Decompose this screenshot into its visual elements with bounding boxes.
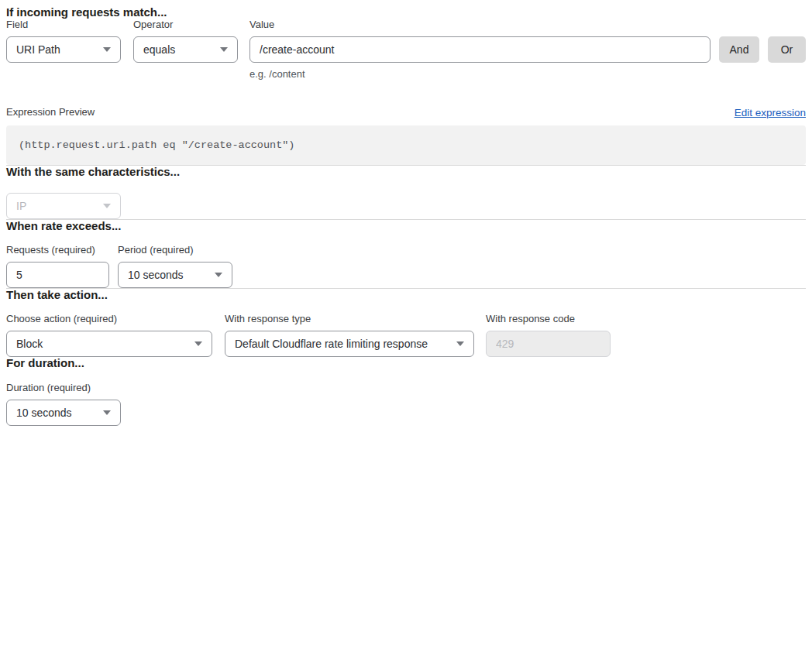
period-select-value: 10 seconds bbox=[128, 269, 184, 281]
requests-input[interactable] bbox=[6, 262, 109, 288]
response-type-select-value: Default Cloudflare rate limiting respons… bbox=[235, 338, 428, 350]
field-group-requests: Requests (required) bbox=[6, 244, 109, 288]
section-heading-incoming-requests: If incoming requests match... bbox=[6, 6, 806, 19]
value-label: Value bbox=[249, 19, 710, 31]
duration-label: Duration (required) bbox=[6, 382, 806, 394]
section-characteristics: With the same characteristics... IP bbox=[6, 166, 806, 219]
action-select-value: Block bbox=[16, 338, 43, 350]
response-code-input bbox=[486, 331, 611, 357]
field-group-operator: Operator equals bbox=[133, 19, 238, 63]
chevron-down-icon bbox=[103, 410, 111, 415]
field-group-response-code: With response code bbox=[486, 313, 611, 357]
field-group-value: Value e.g. /content bbox=[249, 19, 710, 81]
section-duration: For duration... Duration (required) 10 s… bbox=[6, 357, 806, 426]
chevron-down-icon bbox=[194, 341, 202, 346]
chevron-down-icon bbox=[215, 273, 222, 277]
action-select[interactable]: Block bbox=[6, 331, 212, 357]
field-label: Field bbox=[6, 19, 121, 31]
rate-limiting-rule-form: If incoming requests match... Field URI … bbox=[0, 0, 812, 431]
chevron-down-icon bbox=[103, 204, 111, 208]
requests-label: Requests (required) bbox=[6, 244, 109, 256]
section-rate: When rate exceeds... Requests (required)… bbox=[6, 220, 806, 288]
duration-select-value: 10 seconds bbox=[16, 407, 72, 419]
action-controls-row: Choose action (required) Block With resp… bbox=[6, 313, 806, 357]
expression-preview-header: Expression Preview Edit expression bbox=[6, 106, 806, 118]
and-button[interactable]: And bbox=[719, 36, 759, 63]
response-code-label: With response code bbox=[486, 313, 611, 325]
expression-preview-code: (http.request.uri.path eq "/create-accou… bbox=[6, 125, 806, 165]
section-action: Then take action... Choose action (requi… bbox=[6, 289, 806, 357]
period-label: Period (required) bbox=[118, 244, 232, 256]
rate-controls-row: Requests (required) Period (required) 10… bbox=[6, 244, 806, 288]
action-label: Choose action (required) bbox=[6, 313, 212, 325]
period-select[interactable]: 10 seconds bbox=[118, 262, 232, 288]
expression-preview-label: Expression Preview bbox=[6, 106, 95, 118]
expression-code-text: (http.request.uri.path eq "/create-accou… bbox=[19, 139, 294, 151]
field-group-period: Period (required) 10 seconds bbox=[118, 244, 232, 288]
characteristic-select-value: IP bbox=[16, 200, 26, 212]
match-controls-row: Field URI Path Operator equals Value e.g… bbox=[6, 19, 806, 81]
field-group-action: Choose action (required) Block bbox=[6, 313, 212, 357]
duration-select[interactable]: 10 seconds bbox=[6, 400, 121, 426]
chevron-down-icon bbox=[103, 47, 111, 52]
value-hint: e.g. /content bbox=[249, 68, 710, 81]
value-input[interactable] bbox=[249, 36, 710, 63]
operator-label: Operator bbox=[133, 19, 238, 31]
section-heading-duration: For duration... bbox=[6, 357, 806, 369]
section-incoming-requests: If incoming requests match... Field URI … bbox=[6, 6, 806, 165]
field-group-field: Field URI Path bbox=[6, 19, 121, 63]
operator-select-value: equals bbox=[143, 43, 175, 56]
edit-expression-link[interactable]: Edit expression bbox=[735, 107, 806, 118]
chevron-down-icon bbox=[456, 341, 464, 346]
chevron-down-icon bbox=[220, 47, 228, 52]
or-button[interactable]: Or bbox=[768, 36, 806, 63]
section-heading-rate: When rate exceeds... bbox=[6, 220, 806, 232]
characteristic-select: IP bbox=[6, 193, 121, 219]
section-heading-characteristics: With the same characteristics... bbox=[6, 166, 806, 178]
response-type-label: With response type bbox=[225, 313, 474, 325]
response-type-select[interactable]: Default Cloudflare rate limiting respons… bbox=[225, 331, 474, 357]
field-group-response-type: With response type Default Cloudflare ra… bbox=[225, 313, 474, 357]
operator-select[interactable]: equals bbox=[133, 36, 238, 63]
section-heading-action: Then take action... bbox=[6, 289, 806, 301]
field-select[interactable]: URI Path bbox=[6, 36, 121, 63]
field-select-value: URI Path bbox=[16, 43, 60, 56]
